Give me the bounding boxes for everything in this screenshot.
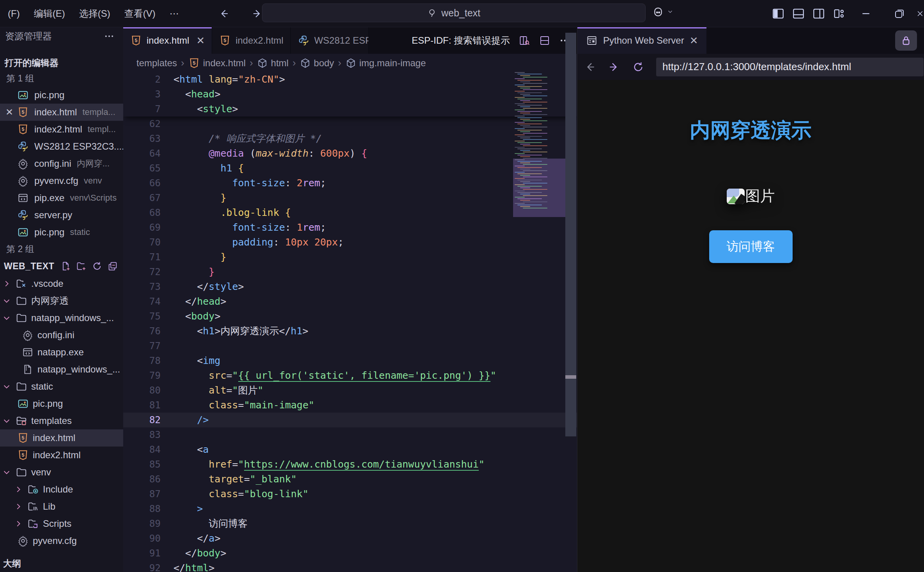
breadcrumb-item-templates[interactable]: templates — [136, 58, 177, 69]
breadcrumb-item-html[interactable]: html — [257, 58, 289, 69]
open-editor-WS2812 ESP32C3....[interactable]: WS2812 ESP32C3.... — [0, 138, 123, 155]
minimize-button[interactable] — [849, 0, 883, 27]
tree-item-内网穿透[interactable]: 内网穿透 — [0, 292, 123, 309]
tab-WS2812-ESP3-[interactable]: WS2812 ESP3: — [291, 27, 369, 54]
menu-item-3[interactable]: 查看(V) — [119, 5, 161, 22]
menu-item-2[interactable]: 选择(S) — [74, 5, 116, 22]
minimap-line — [515, 122, 525, 123]
workspace-root-label[interactable]: WEB_TEXT — [2, 261, 54, 272]
copilot-menu[interactable] — [652, 5, 674, 18]
minimap-line — [517, 105, 542, 106]
chevron-down-icon[interactable] — [2, 314, 12, 322]
url-input[interactable]: http://127.0.0.1:3000/templates/index.ht… — [656, 58, 924, 76]
refresh-icon[interactable] — [92, 261, 103, 272]
breadcrumb-separator: › — [250, 57, 253, 69]
open-editors-header[interactable]: 打开的编辑器 — [0, 55, 123, 70]
history-back-button[interactable] — [214, 4, 234, 24]
tree-item-pic.png[interactable]: pic.png — [0, 395, 123, 412]
chevron-right-icon[interactable] — [13, 502, 23, 511]
tree-item-pyvenv.cfg[interactable]: pyvenv.cfg — [0, 532, 123, 549]
line-number: 79 — [123, 368, 161, 383]
file-python-icon — [17, 141, 29, 152]
chevron-right-icon[interactable] — [13, 519, 23, 528]
tree-item-natapp_windows_...[interactable]: natapp_windows_... — [0, 361, 123, 378]
tree-item-Lib[interactable]: Lib — [0, 498, 123, 515]
breadcrumb[interactable]: templates›5index.html›html›body›img.main… — [123, 54, 577, 72]
tree-item-config.ini[interactable]: config.ini — [0, 327, 123, 344]
open-editor-server.py[interactable]: server.py — [0, 207, 123, 224]
open-editor-config.ini[interactable]: config.ini内网穿... — [0, 155, 123, 172]
breadcrumb-html-icon: 5 — [188, 57, 200, 69]
title-bar: (F)编辑(E)选择(S)查看(V)⋯ web_text — [0, 0, 924, 27]
minimap[interactable] — [515, 72, 564, 219]
menu-item-0[interactable]: (F) — [2, 6, 25, 21]
toggle-primary-sidebar-icon[interactable] — [768, 4, 788, 24]
minimap-line — [523, 208, 547, 208]
close-tab-icon[interactable]: ✕ — [690, 35, 698, 47]
minimap-line — [515, 153, 525, 154]
chevron-down-icon[interactable] — [2, 468, 12, 477]
line-content: .blog-link { — [161, 205, 291, 220]
tree-item-natapp.exe[interactable]: natapp.exe — [0, 344, 123, 361]
open-editor-pic.png[interactable]: pic.pngstatic — [0, 224, 123, 241]
line-content: <html lang="zh-CN"> — [161, 72, 285, 87]
close-window-button[interactable] — [916, 0, 924, 27]
split-editor-icon[interactable] — [539, 35, 551, 46]
breadcrumb-item-index.html[interactable]: 5index.html — [188, 57, 246, 69]
tree-item-index.html[interactable]: 5index.html — [0, 429, 123, 447]
new-folder-icon[interactable] — [76, 261, 87, 272]
close-editor-icon[interactable]: ✕ — [4, 107, 15, 118]
open-editor-index2.html[interactable]: 5index2.htmltempl... — [0, 121, 123, 138]
tab-index.html[interactable]: 5index.html✕ — [123, 27, 212, 54]
menu-item-1[interactable]: 编辑(E) — [28, 5, 71, 22]
chevron-down-icon[interactable] — [2, 382, 12, 391]
close-tab-icon[interactable]: ✕ — [196, 35, 205, 47]
tab-file-icon — [298, 35, 310, 46]
open-editor-pic.png[interactable]: pic.png — [0, 87, 123, 104]
visit-blog-button[interactable]: 访问博客 — [709, 230, 793, 263]
line-content: href="https://www.cnblogs.com/tianwuyvli… — [161, 457, 485, 472]
tab-index2.html[interactable]: 5index2.html — [212, 27, 291, 54]
tree-item-index2.html[interactable]: 5index2.html — [0, 447, 123, 464]
explorer-more-actions-icon[interactable] — [104, 31, 115, 42]
collapse-all-icon[interactable] — [107, 261, 118, 272]
tree-item-Include[interactable]: Include — [0, 481, 123, 498]
code-editor[interactable]: 2<html lang="zh-CN">3 <head>7 <style> 62… — [123, 72, 577, 572]
tree-item-venv[interactable]: venv — [0, 464, 123, 481]
breadcrumb-item-body[interactable]: body — [300, 58, 334, 69]
chevron-down-icon[interactable] — [2, 297, 12, 305]
tree-item-static[interactable]: static — [0, 378, 123, 395]
open-editor-index.html[interactable]: ✕5index.htmltempla... — [0, 104, 123, 121]
customize-layout-icon[interactable] — [829, 4, 849, 24]
tree-item-natapp_windows_...[interactable]: natapp_windows_... — [0, 309, 123, 327]
open-editor-pip.exe[interactable]: pip.exevenv\Scripts — [0, 189, 123, 207]
menu-item-4[interactable]: ⋯ — [164, 6, 184, 21]
command-center-search[interactable]: web_text — [262, 4, 646, 22]
restore-button[interactable] — [883, 0, 916, 27]
tree-item-.vscode[interactable]: .vscode — [0, 275, 123, 292]
tree-folder-lib-icon — [27, 501, 39, 512]
espidf-search-error-button[interactable]: ESP-IDF: 搜索错误提示 — [412, 34, 510, 47]
minimap-line — [520, 138, 530, 138]
open-editor-pyvenv.cfg[interactable]: pyvenv.cfgvenv — [0, 172, 123, 189]
browser-reload-icon[interactable] — [632, 61, 644, 73]
svg-text:5: 5 — [193, 60, 195, 65]
tree-item-Scripts[interactable]: Scripts — [0, 515, 123, 532]
toggle-secondary-sidebar-icon[interactable] — [809, 4, 829, 24]
new-file-icon[interactable] — [60, 261, 71, 272]
breadcrumb-item-img.main-image[interactable]: img.main-image — [345, 58, 426, 69]
tree-item-label: natapp_windows_... — [37, 364, 120, 375]
preview-search-icon[interactable] — [519, 35, 530, 46]
chevron-down-icon[interactable] — [2, 417, 12, 425]
browser-forward-icon[interactable] — [608, 61, 620, 73]
minimap-line — [517, 86, 542, 87]
minimap-line — [523, 145, 547, 146]
outline-header[interactable]: 大纲 — [0, 555, 123, 572]
chevron-right-icon[interactable] — [2, 279, 12, 288]
chevron-right-icon[interactable] — [13, 485, 23, 494]
browser-back-icon[interactable] — [584, 61, 596, 73]
tab-python-web-server[interactable]: Python Web Server ✕ — [577, 27, 706, 54]
lock-button[interactable] — [895, 30, 917, 51]
toggle-panel-icon[interactable] — [788, 4, 809, 24]
tree-item-templates[interactable]: templates — [0, 412, 123, 429]
